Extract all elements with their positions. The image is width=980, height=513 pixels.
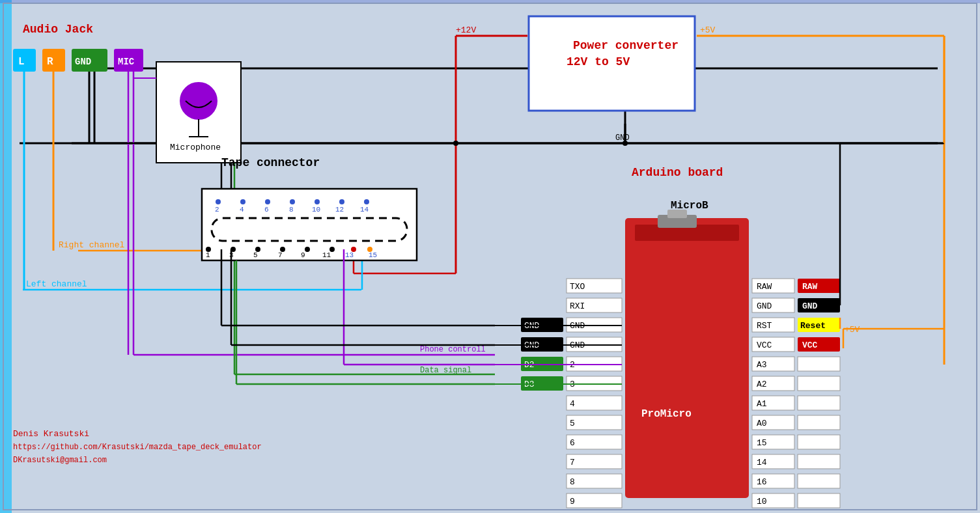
svg-rect-96 <box>798 474 840 488</box>
svg-rect-88 <box>798 396 840 410</box>
microphone-label: Microphone <box>170 143 221 152</box>
audio-jack-title: Audio Jack <box>23 23 93 36</box>
pin-R: R <box>47 56 53 68</box>
pin-VCC-box: VCC <box>802 340 818 350</box>
svg-rect-111 <box>0 0 12 513</box>
pin-14-label: 14 <box>757 458 767 467</box>
pin-4-label: 4 <box>570 399 575 409</box>
author-github: https://github.com/Krasutski/mazda_tape_… <box>13 443 262 452</box>
pin-VCC-label: VCC <box>757 340 772 350</box>
plus12v-label: +12V <box>456 25 476 35</box>
author-email: DKrasutski@gmail.com <box>13 456 107 465</box>
svg-point-47 <box>206 247 211 252</box>
pin-A2-label: A2 <box>757 380 767 389</box>
tc-pin11: 11 <box>322 251 331 259</box>
svg-point-49 <box>255 247 260 252</box>
pin-GND-right-label: GND <box>757 301 772 311</box>
pin-MIC: MIC <box>118 57 135 67</box>
tc-pin1: 1 <box>206 251 210 259</box>
svg-point-51 <box>305 247 310 252</box>
pin-RAW-label: RAW <box>757 282 772 292</box>
tc-pin13: 13 <box>345 251 354 259</box>
gnd-label-power: GND <box>615 133 630 143</box>
pin-6-label: 6 <box>570 438 575 448</box>
svg-rect-58 <box>667 210 687 218</box>
svg-point-44 <box>315 199 320 204</box>
left-channel-label: Left channel <box>26 279 87 289</box>
svg-rect-55 <box>625 218 749 498</box>
plus5v-right-label: +5V <box>845 325 860 335</box>
arduino-board-title: Arduino board <box>632 166 723 179</box>
pin-16-label: 16 <box>757 477 767 487</box>
svg-point-40 <box>216 199 221 204</box>
pin-RAW-box: RAW <box>802 282 818 292</box>
svg-point-50 <box>280 247 285 252</box>
tc-pin15: 15 <box>369 251 377 259</box>
pin-GND: GND <box>75 57 91 67</box>
svg-point-109 <box>453 141 458 146</box>
tc-pin6: 6 <box>264 206 269 214</box>
pin-7-label: 7 <box>570 458 575 467</box>
promicro-label: ProMicro <box>641 408 692 420</box>
svg-point-52 <box>329 247 335 252</box>
svg-point-41 <box>240 199 245 204</box>
power-converter-label: Power converter <box>573 39 679 52</box>
svg-rect-84 <box>798 357 840 371</box>
pin-5-label: 5 <box>570 419 575 428</box>
pin-RST-label: RST <box>757 321 772 331</box>
right-channel-label: Right channel <box>59 240 125 250</box>
svg-rect-90 <box>798 415 840 430</box>
pin-A3-label: A3 <box>757 360 767 370</box>
svg-point-43 <box>290 199 295 204</box>
pin-10-label: 10 <box>757 497 767 506</box>
pin-GND-right-box: GND <box>802 301 818 311</box>
svg-point-54 <box>367 247 372 252</box>
svg-rect-94 <box>798 454 840 469</box>
author-name: Denis Krasutski <box>13 429 89 439</box>
tc-pin7: 7 <box>278 251 283 259</box>
plus5v-label: +5V <box>700 25 716 35</box>
svg-point-53 <box>351 247 356 252</box>
svg-point-42 <box>265 199 270 204</box>
tc-pin8: 8 <box>289 206 294 214</box>
tc-pin4: 4 <box>240 206 244 214</box>
phone-control-label: Phone controll <box>420 345 486 354</box>
svg-point-46 <box>364 199 369 204</box>
pin-RXI-label: RXI <box>570 301 585 311</box>
pin-TXO-label: TXO <box>570 282 585 292</box>
pin-A1-label: A1 <box>757 399 767 409</box>
pin-A0-label: A0 <box>757 419 767 428</box>
tc-pin10: 10 <box>312 206 320 214</box>
pin-15-label: 15 <box>757 438 767 448</box>
pin-RST-box: Reset <box>800 321 826 331</box>
circuit-diagram: Power converter 12V to 5V +12V +5V GND A… <box>0 0 980 513</box>
pin-9-label: 9 <box>570 497 575 506</box>
svg-point-45 <box>339 199 344 204</box>
tc-pin9: 9 <box>301 251 305 259</box>
pin-L: L <box>18 56 25 68</box>
svg-rect-98 <box>798 493 840 508</box>
tc-pin14: 14 <box>360 206 369 214</box>
tape-connector-title: Tape connector <box>221 156 320 169</box>
svg-point-110 <box>623 141 628 146</box>
svg-rect-92 <box>798 435 840 449</box>
pin-8-label: 8 <box>570 477 575 487</box>
svg-rect-86 <box>798 376 840 391</box>
svg-rect-25 <box>42 49 65 72</box>
tc-pin5: 5 <box>253 251 258 259</box>
tc-pin2: 2 <box>215 206 219 214</box>
power-converter-label2: 12V to 5V <box>567 55 630 68</box>
data-signal-label: Data signal <box>420 366 471 375</box>
tc-pin12: 12 <box>335 206 344 214</box>
